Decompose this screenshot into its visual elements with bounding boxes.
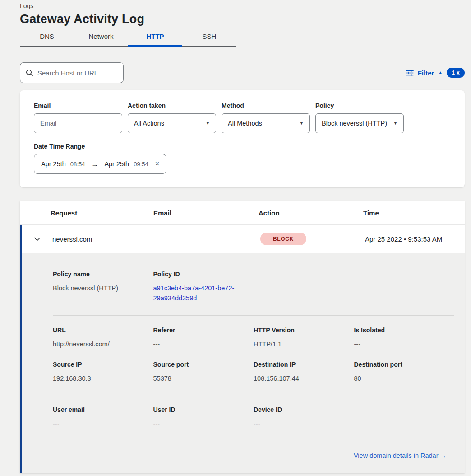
detail-referer: Referer --- [153,327,254,350]
search-icon [26,69,33,77]
date-range-picker[interactable]: Apr 25th 08:54 → Apr 25th 09:54 × [34,154,166,174]
tab-dns[interactable]: DNS [20,33,74,46]
method-value: All Methods [228,120,262,127]
tab-http[interactable]: HTTP [128,33,182,46]
column-header-action: Action [259,209,363,217]
user-section: User email --- User ID --- Device ID --- [53,395,454,440]
row-action: BLOCK [260,233,365,245]
email-field[interactable] [34,113,122,133]
row-details: Policy name Block neverssl (HTTP) Policy… [20,253,465,473]
detail-url: URL http://neverssl.com/ [53,327,153,350]
policy-name-value: Block neverssl (HTTP) [53,284,153,294]
http-section: URL http://neverssl.com/ Referer --- HTT… [53,316,454,395]
filter-count-badge[interactable]: 1 x [447,68,465,78]
chevron-down-icon: ▼ [206,121,210,126]
filter-field-method: Method All Methods ▼ [222,102,310,133]
policy-name-label: Policy name [53,271,153,278]
row-request: neverssl.com [52,235,155,243]
tab-bar: DNS Network HTTP SSH [20,33,236,47]
log-table: Request Email Action Time neverssl.com B… [20,201,465,473]
block-status-badge: BLOCK [260,233,306,245]
range-arrow-icon: → [89,160,100,168]
toolbar: Filter ▲ 1 x [20,62,465,83]
radar-link-row: View domain details in Radar → [53,440,454,473]
filter-label: Filter [418,69,434,77]
filter-sliders-icon [406,70,414,76]
chevron-down-icon: ▼ [393,121,397,126]
filter-panel: Email Action taken All Actions ▼ Method … [20,90,465,187]
policy-section: Policy name Block neverssl (HTTP) Policy… [53,253,454,315]
filter-field-email: Email [34,102,122,133]
detail-destination-port: Destination port 80 [354,361,455,384]
detail-policy-id: Policy ID a91c3eb4-ba7a-4201-be72-29a934… [153,271,254,303]
date-range-label: Date Time Range [34,143,451,150]
action-taken-label: Action taken [128,102,216,109]
method-select[interactable]: All Methods ▼ [222,113,310,133]
search-input[interactable] [37,69,127,77]
column-header-email: Email [153,209,259,217]
range-start-time[interactable]: 08:54 [70,161,85,168]
chevron-down-icon: ▼ [300,121,304,126]
range-end-date[interactable]: Apr 25th [104,160,129,168]
filter-field-action-taken: Action taken All Actions ▼ [128,102,216,133]
table-row[interactable]: neverssl.com BLOCK Apr 25 2022 • 9:53:53… [20,225,465,253]
column-header-time: Time [363,209,465,217]
filter-toggle[interactable]: Filter ▲ 1 x [406,68,465,78]
method-label: Method [222,102,310,109]
view-in-radar-link[interactable]: View domain details in Radar → [354,452,447,459]
search-box[interactable] [20,62,124,83]
chevron-down-icon [34,237,41,241]
breadcrumb[interactable]: Logs [20,0,465,9]
detail-user-id: User ID --- [153,406,254,429]
action-taken-select[interactable]: All Actions ▼ [128,113,216,133]
row-time: Apr 25 2022 • 9:53:53 AM [365,235,465,243]
page-content: Logs Gateway Activity Log DNS Network HT… [20,0,465,473]
column-header-request: Request [51,209,153,217]
detail-source-ip: Source IP 192.168.30.3 [53,361,153,384]
table-header: Request Email Action Time [20,201,465,225]
tab-ssh[interactable]: SSH [182,33,236,46]
clear-range-icon[interactable]: × [155,160,159,168]
policy-id-label: Policy ID [153,271,254,278]
detail-user-email: User email --- [53,406,153,429]
detail-policy-name: Policy name Block neverssl (HTTP) [53,271,153,303]
range-start-date[interactable]: Apr 25th [41,160,66,168]
page-title: Gateway Activity Log [20,12,465,26]
policy-label: Policy [315,102,404,109]
tab-network[interactable]: Network [74,33,128,46]
detail-destination-ip: Destination IP 108.156.107.44 [254,361,354,384]
row-expand-toggle[interactable] [22,237,52,241]
detail-device-id: Device ID --- [254,406,354,429]
detail-is-isolated: Is Isolated --- [354,327,455,350]
collapse-arrow-icon[interactable]: ▲ [438,70,443,75]
filter-field-policy: Policy Block neverssl (HTTP) ▼ [315,102,404,133]
range-end-time[interactable]: 09:54 [134,161,148,168]
detail-source-port: Source port 55378 [153,361,254,384]
policy-value: Block neverssl (HTTP) [322,120,387,127]
detail-http-version: HTTP Version HTTP/1.1 [254,327,354,350]
policy-select[interactable]: Block neverssl (HTTP) ▼ [315,113,404,133]
policy-id-link[interactable]: a91c3eb4-ba7a-4201-be72-29a934dd359d [153,284,240,303]
email-label: Email [34,102,122,109]
action-taken-value: All Actions [134,120,164,127]
